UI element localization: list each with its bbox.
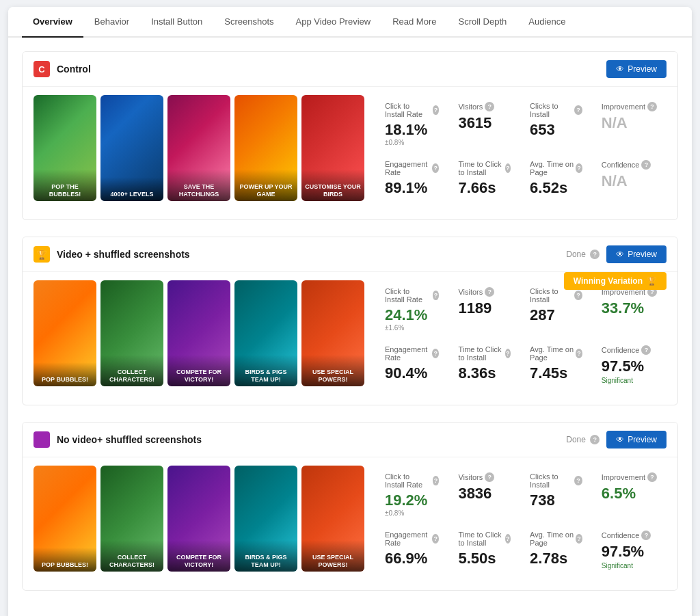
preview-button[interactable]: 👁 Preview	[606, 60, 667, 78]
preview-button[interactable]: 👁 Preview	[606, 431, 667, 448]
screenshot-label: Pop Bubbles!	[33, 548, 96, 572]
winning-variation-banner: Winning Variation 🏆	[564, 272, 667, 290]
screenshots-row: Pop Bubbles!Collect Characters!Compete F…	[33, 280, 364, 386]
variant-block-no-video-shuffled: No video+ shuffled screenshots Done ? 👁 …	[22, 422, 678, 591]
engagement-rate-label: Engagement Rate ?	[385, 531, 439, 547]
eng-question-icon: ?	[432, 349, 439, 358]
screenshot-label: Collect Characters!	[100, 540, 163, 572]
variant-header-no-video-shuffled: No video+ shuffled screenshots Done ? 👁 …	[23, 423, 677, 457]
screenshot-label: Birds & Pigs Team Up!	[234, 355, 297, 386]
variant-title: Video + shuffled screenshots	[57, 249, 559, 260]
avg-time-label: Avg. Time on Page ?	[530, 531, 582, 547]
variant-block-video-shuffled: 🏆 Video + shuffled screenshots Done ? 👁 …	[22, 237, 678, 405]
cti-rate-value: 19.2%	[385, 492, 439, 509]
screenshot-item-4: Customise Your Birds	[301, 95, 364, 201]
screenshots-row: Pop Bubbles!Collect Characters!Compete F…	[33, 466, 364, 572]
stat-visitors: Visitors ? 3836	[448, 466, 520, 524]
visitors-question-icon: ?	[485, 287, 494, 297]
engagement-rate-value: 89.1%	[385, 179, 439, 197]
screenshot-item-4: Use Special Powers!	[301, 280, 364, 386]
stat-time-to-click: Time to Click to Install ? 8.36s	[448, 338, 520, 397]
screenshot-item-0: Pop The Bubbles!	[33, 95, 96, 201]
avg-time-question-icon: ?	[576, 349, 582, 358]
time-to-click-label: Time to Click to Install ?	[458, 160, 511, 176]
screenshot-label: Power Up Your Game	[234, 170, 297, 201]
preview-label: Preview	[628, 435, 657, 444]
status-question-icon: ?	[590, 435, 600, 444]
confidence-value: 97.5%	[602, 543, 657, 561]
stats-grid: Click to Install Rate ? 18.1% ±0.8% Visi…	[375, 95, 667, 211]
visitors-question-icon: ?	[485, 102, 494, 111]
time-to-click-label: Time to Click to Install ?	[458, 531, 511, 547]
cti-rate-value: 24.1%	[385, 306, 439, 324]
cti-question-icon: ?	[433, 105, 440, 115]
visitors-label: Visitors ?	[458, 472, 511, 482]
screenshot-item-2: Save The Hatchlings	[167, 95, 230, 201]
tab-app-video-preview[interactable]: App Video Preview	[285, 7, 382, 38]
avg-time-label: Avg. Time on Page ?	[530, 345, 582, 362]
variant-status: Done ?	[566, 435, 600, 445]
cti-rate-label: Click to Install Rate ?	[385, 102, 439, 118]
stat-avg-time: Avg. Time on Page ? 6.52s	[520, 153, 592, 211]
screenshot-label: Use Special Powers!	[301, 355, 364, 386]
tab-read-more[interactable]: Read More	[381, 7, 447, 38]
time-to-click-value: 7.66s	[458, 179, 511, 197]
tab-screenshots[interactable]: Screenshots	[213, 7, 284, 38]
stat-confidence: Confidence ? 97.5% Significant	[592, 524, 667, 582]
stat-improvement: Improvement ? 6.5%	[592, 466, 667, 524]
improvement-value: 33.7%	[602, 299, 657, 317]
preview-label: Preview	[628, 64, 657, 74]
stat-click-to-install: Click to Install Rate ? 18.1% ±0.8%	[375, 95, 448, 153]
cti-rate-label: Click to Install Rate ?	[385, 472, 439, 489]
engagement-rate-label: Engagement Rate ?	[385, 345, 439, 362]
engagement-rate-label: Engagement Rate ?	[385, 160, 439, 176]
stat-avg-time: Avg. Time on Page ? 7.45s	[520, 338, 592, 397]
tab-scroll-depth[interactable]: Scroll Depth	[447, 7, 517, 38]
tab-overview[interactable]: Overview	[22, 7, 83, 38]
improvement-question-icon: ?	[647, 472, 657, 482]
content: C Control 👁 Preview Pop The Bubbles!4000…	[8, 38, 692, 616]
winning-label: Winning Variation	[574, 276, 643, 286]
improvement-label: Improvement ?	[602, 472, 657, 482]
avg-time-label: Avg. Time on Page ?	[530, 160, 582, 176]
stat-time-to-click: Time to Click to Install ? 7.66s	[448, 153, 520, 211]
screenshot-label: Pop The Bubbles!	[33, 170, 96, 201]
eye-icon: 👁	[616, 435, 624, 444]
confidence-value: 97.5%	[602, 358, 657, 375]
improvement-label: Improvement ?	[602, 102, 657, 111]
variant-title: Control	[57, 64, 600, 75]
variant-icon-control: C	[33, 61, 50, 77]
confidence-question-icon: ?	[641, 531, 651, 540]
screenshot-item-1: Collect Characters!	[100, 280, 163, 386]
confidence-value: N/A	[602, 172, 657, 190]
cti-label: Clicks to Install ?	[530, 472, 582, 489]
screenshot-label: Use Special Powers!	[301, 540, 364, 572]
tab-audience[interactable]: Audience	[517, 7, 576, 38]
screenshot-label: Compete For Victory!	[167, 540, 230, 572]
improvement-value: 6.5%	[602, 485, 657, 503]
confidence-label: Confidence ?	[602, 345, 657, 355]
stats-grid: Winning Variation 🏆 Click to Install Rat…	[375, 280, 667, 397]
stat-engagement-rate: Engagement Rate ? 89.1%	[375, 153, 448, 211]
visitors-value: 3836	[458, 485, 511, 503]
cti-value: 287	[530, 306, 582, 324]
eye-icon: 👁	[616, 250, 624, 259]
stat-time-to-click: Time to Click to Install ? 5.50s	[448, 524, 520, 582]
variant-icon-trophy: 🏆	[33, 246, 50, 263]
stat-clicks-to-install: Clicks to Install ? 738	[520, 466, 592, 524]
variant-body-control: Pop The Bubbles!4000+ LevelsSave The Hat…	[23, 87, 677, 219]
cti-question-icon2: ?	[574, 291, 582, 300]
tab-install-button[interactable]: Install Button	[140, 7, 213, 38]
tab-behavior[interactable]: Behavior	[83, 7, 140, 38]
screenshot-label: 4000+ Levels	[100, 177, 163, 201]
screenshot-label: Collect Characters!	[100, 355, 163, 386]
preview-label: Preview	[628, 250, 657, 259]
stat-confidence: Confidence ? 97.5% Significant	[592, 338, 667, 397]
preview-button[interactable]: 👁 Preview	[606, 245, 667, 263]
eye-icon: 👁	[616, 64, 624, 74]
confidence-label: Confidence ?	[602, 531, 657, 540]
variant-body-no-video-shuffled: Pop Bubbles!Collect Characters!Compete F…	[23, 457, 677, 590]
ttc-question-icon: ?	[505, 163, 511, 173]
variant-block-control: C Control 👁 Preview Pop The Bubbles!4000…	[22, 51, 678, 220]
eng-question-icon: ?	[432, 534, 439, 544]
